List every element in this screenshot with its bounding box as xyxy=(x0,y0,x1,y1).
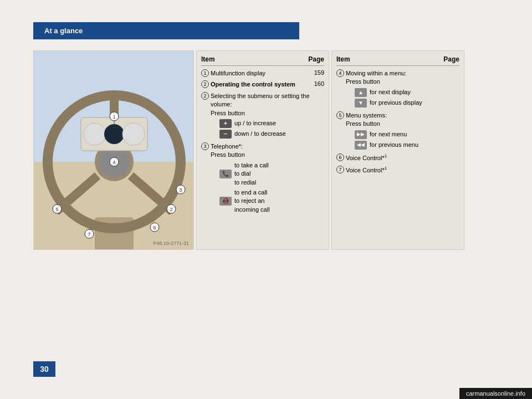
item-number: 7 xyxy=(336,166,344,173)
minus-icon: – xyxy=(219,130,232,139)
plus-icon: + xyxy=(219,119,232,128)
table1-col-page: Page xyxy=(308,55,324,63)
next-menu-icon: ▶▶ xyxy=(355,130,367,139)
prev-display-text: for previous display xyxy=(370,99,422,107)
item-content: Voice Control*1 xyxy=(346,166,459,175)
item-text: Menu systems:Press button xyxy=(346,111,459,129)
next-display-text: for next display xyxy=(370,88,411,96)
icon-row-next-menu: ▶▶ for next menu xyxy=(355,130,459,139)
voice-control-7-text: Voice Control*1 xyxy=(346,167,387,173)
next-display-icon: ▲ xyxy=(355,88,367,97)
item-number: 4 xyxy=(336,69,344,77)
prev-display-icon: ▼ xyxy=(355,99,367,108)
item-page: 159 xyxy=(309,69,324,76)
item-text: Multifunction display xyxy=(211,69,309,78)
image-caption: P46.10-2771-31 xyxy=(153,241,189,246)
watermark-text: carmanualsonline.info xyxy=(466,390,525,397)
phone-answer-icon: 📞 xyxy=(219,170,232,178)
phone-end-icon: 📵 xyxy=(219,197,232,206)
table-row: 7 Voice Control*1 xyxy=(336,166,459,175)
item-content: Telephone*:Press button 📞 to take a call… xyxy=(211,142,324,216)
table-row: 6 Voice Control*1 xyxy=(336,154,459,163)
svg-point-11 xyxy=(84,123,106,145)
item-number: 5 xyxy=(336,111,344,119)
item-text: Selecting the submenu or setting the vol… xyxy=(211,92,324,117)
superscript-1: 1 xyxy=(385,154,387,159)
page-number-box: 30 xyxy=(33,361,55,377)
item-number: 3 xyxy=(201,142,209,150)
table-row: 2 Operating the control system 160 xyxy=(201,80,324,89)
svg-text:1: 1 xyxy=(112,114,115,120)
main-content: ✦ 1 2 3 4 5 xyxy=(33,50,532,250)
icon-row-phone-answer: 📞 to take a callto dialto redial xyxy=(219,161,324,187)
item-page: 160 xyxy=(309,80,324,87)
table-row: 3 Telephone*:Press button 📞 to take a ca… xyxy=(201,142,324,216)
icon-row-prev-menu: ◀◀ for previous menu xyxy=(355,141,459,150)
icon-row-next-display: ▲ for next display xyxy=(355,88,459,97)
item-text: Telephone*:Press button xyxy=(211,142,324,160)
svg-text:2: 2 xyxy=(170,207,172,212)
table1-col-item: Item xyxy=(201,55,215,63)
table2-col-page: Page xyxy=(443,55,459,63)
superscript-1: 1 xyxy=(385,166,387,171)
item-text-bold: Operating the control system xyxy=(211,80,309,89)
table-panel-1: Item Page 1 Multifunction display 159 2 … xyxy=(196,50,329,250)
svg-text:5: 5 xyxy=(55,207,58,212)
watermark: carmanualsonline.info xyxy=(459,388,532,399)
item-content: Menu systems:Press button ▶▶ for next me… xyxy=(346,111,459,151)
icon-row-plus: + up / to increase xyxy=(219,119,324,128)
voice-control-6-text: Voice Control*1 xyxy=(346,155,387,161)
steering-wheel-panel: ✦ 1 2 3 4 5 xyxy=(33,50,194,250)
page-number: 30 xyxy=(40,365,49,374)
header-bar: At a glance xyxy=(33,22,299,39)
table-row: 2 Selecting the submenu or setting the v… xyxy=(201,92,324,140)
prev-menu-icon: ◀◀ xyxy=(355,141,367,150)
icon-row-minus: – down / to decrease xyxy=(219,130,324,139)
phone-answer-text: to take a callto dialto redial xyxy=(234,161,269,187)
icon-row-phone-end: 📵 to end a callto reject anincoming call xyxy=(219,188,324,214)
item-text: Moving within a menu:Press button xyxy=(346,69,459,86)
table2-col-item: Item xyxy=(336,55,350,63)
prev-menu-text: for previous menu xyxy=(370,141,418,149)
phone-end-text: to end a callto reject anincoming call xyxy=(234,188,270,214)
svg-text:3: 3 xyxy=(179,187,182,193)
steering-wheel-svg: ✦ 1 2 3 4 5 xyxy=(34,51,194,250)
next-menu-text: for next menu xyxy=(370,130,407,139)
item-number: 2 xyxy=(201,80,209,88)
item-number: 2 xyxy=(201,92,209,100)
table-row: 5 Menu systems:Press button ▶▶ for next … xyxy=(336,111,459,151)
item-number: 1 xyxy=(201,69,209,77)
table-row: 1 Multifunction display 159 xyxy=(201,69,324,78)
svg-text:6: 6 xyxy=(153,225,156,231)
icon-row-prev-display: ▼ for previous display xyxy=(355,99,459,108)
item-content: Moving within a menu:Press button ▲ for … xyxy=(346,69,459,109)
item-number: 6 xyxy=(336,154,344,161)
table1-header: Item Page xyxy=(201,55,324,66)
table2-header: Item Page xyxy=(336,55,459,66)
item-content: Voice Control*1 xyxy=(346,154,459,163)
svg-text:4: 4 xyxy=(112,160,115,165)
header-title: At a glance xyxy=(44,27,83,35)
item-content: Selecting the submenu or setting the vol… xyxy=(211,92,324,140)
table-panel-2: Item Page 4 Moving within a menu:Press b… xyxy=(331,50,464,250)
plus-text: up / to increase xyxy=(234,119,276,127)
svg-point-13 xyxy=(122,123,145,145)
table-row: 4 Moving within a menu:Press button ▲ fo… xyxy=(336,69,459,109)
svg-text:7: 7 xyxy=(88,232,90,237)
minus-text: down / to decrease xyxy=(234,130,286,138)
